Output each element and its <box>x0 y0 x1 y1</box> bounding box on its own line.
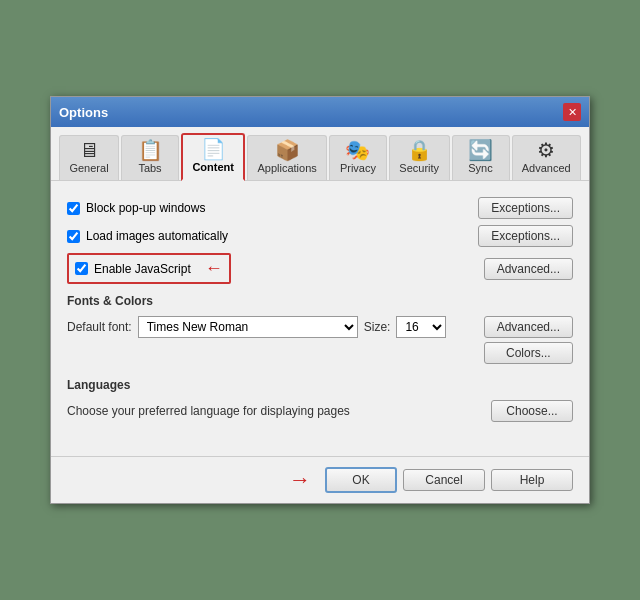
load-images-label: Load images automatically <box>86 229 228 243</box>
enable-js-label: Enable JavaScript <box>94 262 191 276</box>
font-row: Default font: Times New Roman Size: 16 <box>67 316 478 338</box>
load-images-left: Load images automatically <box>67 229 228 243</box>
tab-privacy[interactable]: 🎭 Privacy <box>329 135 387 180</box>
block-popup-checkbox[interactable] <box>67 202 80 215</box>
languages-section-title: Languages <box>67 378 573 392</box>
bottom-bar: → OK Cancel Help <box>51 456 589 503</box>
exceptions1-button[interactable]: Exceptions... <box>478 197 573 219</box>
fonts-section-title: Fonts & Colors <box>67 294 573 308</box>
applications-icon: 📦 <box>275 140 300 160</box>
advanced-icon: ⚙ <box>537 140 555 160</box>
security-icon: 🔒 <box>407 140 432 160</box>
tab-applications-label: Applications <box>257 162 316 174</box>
tab-advanced[interactable]: ⚙ Advanced <box>512 135 582 180</box>
tab-sync[interactable]: 🔄 Sync <box>452 135 510 180</box>
tab-content-label: Content <box>192 161 234 173</box>
help-button[interactable]: Help <box>491 469 573 491</box>
tab-general[interactable]: 🖥 General <box>59 135 119 180</box>
languages-description: Choose your preferred language for displ… <box>67 404 350 418</box>
load-images-row: Load images automatically Exceptions... <box>67 225 573 247</box>
size-label: Size: <box>364 320 391 334</box>
load-images-checkbox[interactable] <box>67 230 80 243</box>
advanced-js-button[interactable]: Advanced... <box>484 258 573 280</box>
enable-js-checkbox[interactable] <box>75 262 88 275</box>
titlebar: Options ✕ <box>51 97 589 127</box>
tabs-icon: 📋 <box>138 140 163 160</box>
font-select[interactable]: Times New Roman <box>138 316 358 338</box>
enable-js-left: Enable JavaScript ← <box>67 253 231 284</box>
choose-language-button[interactable]: Choose... <box>491 400 573 422</box>
sync-icon: 🔄 <box>468 140 493 160</box>
fonts-advanced-button[interactable]: Advanced... <box>484 316 573 338</box>
tab-content[interactable]: 📄 Content <box>181 133 245 181</box>
block-popup-row: Block pop-up windows Exceptions... <box>67 197 573 219</box>
tab-security[interactable]: 🔒 Security <box>389 135 450 180</box>
content-icon: 📄 <box>201 139 226 159</box>
general-icon: 🖥 <box>79 140 99 160</box>
close-button[interactable]: ✕ <box>563 103 581 121</box>
ok-arrow-icon: → <box>289 467 311 493</box>
tab-security-label: Security <box>399 162 439 174</box>
block-popup-left: Block pop-up windows <box>67 201 205 215</box>
options-window: Options ✕ 🖥 General 📋 Tabs 📄 Content 📦 A… <box>50 96 590 504</box>
tab-sync-label: Sync <box>468 162 492 174</box>
size-select[interactable]: 16 <box>396 316 446 338</box>
window-title: Options <box>59 105 108 120</box>
tab-advanced-label: Advanced <box>522 162 571 174</box>
tab-privacy-label: Privacy <box>340 162 376 174</box>
fonts-section: Fonts & Colors Default font: Times New R… <box>67 294 573 364</box>
enable-js-row: Enable JavaScript ← Advanced... <box>67 253 573 284</box>
languages-section: Languages Choose your preferred language… <box>67 378 573 422</box>
tabs-bar: 🖥 General 📋 Tabs 📄 Content 📦 Application… <box>51 127 589 181</box>
js-arrow-icon: ← <box>205 258 223 279</box>
default-font-label: Default font: <box>67 320 132 334</box>
tab-tabs-label: Tabs <box>138 162 161 174</box>
content-panel: Block pop-up windows Exceptions... Load … <box>51 181 589 446</box>
ok-button[interactable]: OK <box>325 467 397 493</box>
tab-applications[interactable]: 📦 Applications <box>247 135 327 180</box>
exceptions2-button[interactable]: Exceptions... <box>478 225 573 247</box>
cancel-button[interactable]: Cancel <box>403 469 485 491</box>
tab-tabs[interactable]: 📋 Tabs <box>121 135 179 180</box>
languages-row: Choose your preferred language for displ… <box>67 400 573 422</box>
privacy-icon: 🎭 <box>345 140 370 160</box>
font-buttons-group: Advanced... Colors... <box>484 316 573 364</box>
colors-button[interactable]: Colors... <box>484 342 573 364</box>
block-popup-label: Block pop-up windows <box>86 201 205 215</box>
tab-general-label: General <box>69 162 108 174</box>
